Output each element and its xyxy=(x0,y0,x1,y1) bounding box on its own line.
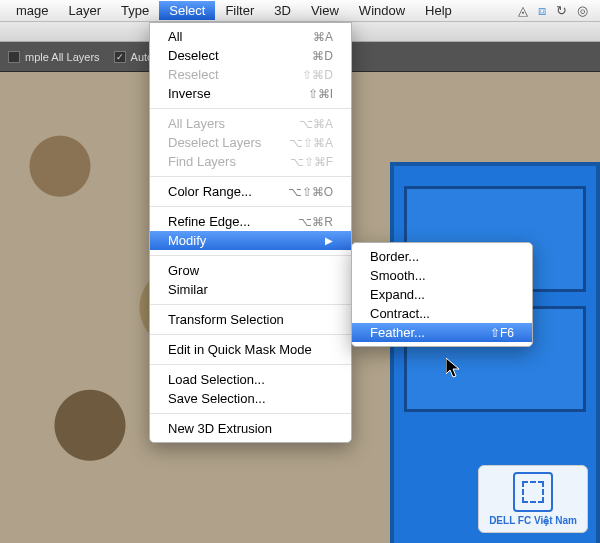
checkbox-checked-icon: ✓ xyxy=(114,51,126,63)
menu-select[interactable]: Select xyxy=(159,1,215,20)
cc-icon[interactable]: ◎ xyxy=(577,3,588,18)
menu-separator xyxy=(150,255,351,256)
menu-item-grow[interactable]: Grow xyxy=(150,261,351,280)
watermark-logo: DELL FC Việt Nam xyxy=(478,465,588,533)
menu-item-load-selection[interactable]: Load Selection... xyxy=(150,370,351,389)
sync-icon[interactable]: ↻ xyxy=(556,3,567,18)
menu-item-deselect-layers: Deselect Layers⌥⇧⌘A xyxy=(150,133,351,152)
gdrive-icon[interactable]: ◬ xyxy=(518,3,528,18)
menubar-status-icons: ◬ ⧈ ↻ ◎ xyxy=(518,3,594,19)
menu-separator xyxy=(150,364,351,365)
menu-separator xyxy=(150,206,351,207)
menu-separator xyxy=(150,334,351,335)
menu-item-similar[interactable]: Similar xyxy=(150,280,351,299)
menu-view[interactable]: View xyxy=(301,1,349,20)
menu-separator xyxy=(150,176,351,177)
submenu-item-border[interactable]: Border... xyxy=(352,247,532,266)
sample-all-layers-label: mple All Layers xyxy=(25,51,100,63)
checkbox-unchecked-icon xyxy=(8,51,20,63)
menu-item-all-layers: All Layers⌥⌘A xyxy=(150,114,351,133)
modify-submenu: Border... Smooth... Expand... Contract..… xyxy=(351,242,533,347)
menu-item-new-3d-extrusion[interactable]: New 3D Extrusion xyxy=(150,419,351,438)
watermark-text: DELL FC Việt Nam xyxy=(489,515,577,526)
submenu-item-smooth[interactable]: Smooth... xyxy=(352,266,532,285)
menu-separator xyxy=(150,108,351,109)
menu-filter[interactable]: Filter xyxy=(215,1,264,20)
menu-item-quick-mask[interactable]: Edit in Quick Mask Mode xyxy=(150,340,351,359)
menu-item-save-selection[interactable]: Save Selection... xyxy=(150,389,351,408)
menu-item-deselect[interactable]: Deselect⌘D xyxy=(150,46,351,65)
menu-item-color-range[interactable]: Color Range...⌥⇧⌘O xyxy=(150,182,351,201)
menu-item-transform-selection[interactable]: Transform Selection xyxy=(150,310,351,329)
menu-item-find-layers: Find Layers⌥⇧⌘F xyxy=(150,152,351,171)
menu-window[interactable]: Window xyxy=(349,1,415,20)
menu-item-reselect: Reselect⇧⌘D xyxy=(150,65,351,84)
menu-layer[interactable]: Layer xyxy=(59,1,112,20)
chevron-right-icon: ▶ xyxy=(325,235,333,246)
menu-type[interactable]: Type xyxy=(111,1,159,20)
dropbox-icon[interactable]: ⧈ xyxy=(538,3,546,19)
menu-3d[interactable]: 3D xyxy=(264,1,301,20)
menu-item-all[interactable]: All⌘A xyxy=(150,27,351,46)
menu-help[interactable]: Help xyxy=(415,1,462,20)
system-menubar: mage Layer Type Select Filter 3D View Wi… xyxy=(0,0,600,22)
select-menu-dropdown: All⌘A Deselect⌘D Reselect⇧⌘D Inverse⇧⌘I … xyxy=(149,22,352,443)
menu-separator xyxy=(150,413,351,414)
submenu-item-expand[interactable]: Expand... xyxy=(352,285,532,304)
menu-separator xyxy=(150,304,351,305)
chip-icon xyxy=(513,472,553,512)
menu-item-modify[interactable]: Modify▶ xyxy=(150,231,351,250)
menu-image[interactable]: mage xyxy=(6,1,59,20)
submenu-item-contract[interactable]: Contract... xyxy=(352,304,532,323)
menu-item-refine-edge[interactable]: Refine Edge...⌥⌘R xyxy=(150,212,351,231)
sample-all-layers-option[interactable]: mple All Layers xyxy=(8,51,100,63)
submenu-item-feather[interactable]: Feather...⇧F6 xyxy=(352,323,532,342)
menu-item-inverse[interactable]: Inverse⇧⌘I xyxy=(150,84,351,103)
